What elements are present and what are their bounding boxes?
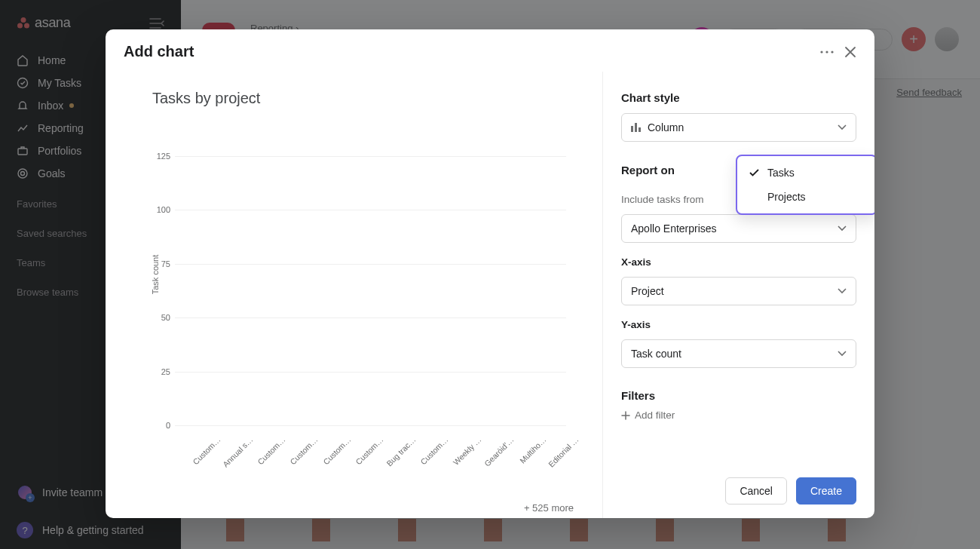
column-chart-icon <box>631 123 642 132</box>
svg-rect-14 <box>639 127 641 132</box>
add-filter-label: Add filter <box>635 409 675 421</box>
modal-title: Add chart <box>124 43 194 60</box>
y-tick-label: 100 <box>146 205 170 214</box>
check-icon <box>749 169 760 176</box>
close-icon[interactable] <box>844 46 856 58</box>
dropdown-option-label: Tasks <box>767 167 795 179</box>
chart-style-label: Chart style <box>621 91 856 104</box>
dropdown-option-label: Projects <box>767 191 806 203</box>
y-tick-label: 50 <box>146 313 170 322</box>
plus-icon <box>621 411 630 420</box>
chart-preview-pane: Tasks by project Task count 025507510012… <box>106 72 602 518</box>
report-on-label: Report on <box>621 164 675 176</box>
y-tick-label: 75 <box>146 259 170 268</box>
svg-rect-12 <box>631 126 633 132</box>
svg-rect-13 <box>635 123 637 132</box>
filters-label: Filters <box>621 389 856 402</box>
y-axis-label: Y-axis <box>621 319 856 330</box>
cancel-button[interactable]: Cancel <box>725 477 787 505</box>
chart-area: Task count 0255075100125Custom…Annual s…… <box>175 124 566 425</box>
modal-footer: Cancel Create <box>725 477 856 505</box>
report-on-dropdown: Tasks Projects <box>736 155 874 215</box>
dropdown-option-tasks[interactable]: Tasks <box>737 161 874 185</box>
add-chart-modal: Add chart Tasks by project Task count 02… <box>106 29 874 518</box>
include-from-value: Apollo Enterprises <box>631 222 717 235</box>
y-tick-label: 25 <box>146 367 170 376</box>
chart-title: Tasks by project <box>152 90 574 107</box>
chevron-down-icon <box>838 225 847 232</box>
add-filter-button[interactable]: Add filter <box>621 409 856 421</box>
include-from-select[interactable]: Apollo Enterprises <box>621 214 856 243</box>
chevron-down-icon <box>838 351 847 357</box>
chart-more-note: + 525 more <box>524 502 574 514</box>
more-actions-icon[interactable] <box>820 51 834 54</box>
svg-point-11 <box>831 51 833 53</box>
bars-container: Custom…Annual s…Custom…Custom…Custom…Cus… <box>175 124 566 425</box>
svg-point-9 <box>820 51 822 53</box>
dropdown-option-projects[interactable]: Projects <box>737 185 874 209</box>
chart-style-value: Column <box>648 121 684 133</box>
modal-header: Add chart <box>106 29 874 72</box>
y-axis-value: Task count <box>631 348 681 360</box>
chevron-down-icon <box>838 124 847 130</box>
y-axis-select[interactable]: Task count <box>621 339 856 368</box>
x-axis-label: X-axis <box>621 256 856 268</box>
create-button[interactable]: Create <box>796 477 856 505</box>
y-tick-label: 125 <box>146 152 170 161</box>
chart-style-select[interactable]: Column <box>621 113 856 142</box>
x-axis-select[interactable]: Project <box>621 277 856 305</box>
gridline <box>175 425 566 426</box>
y-tick-label: 0 <box>146 421 170 430</box>
svg-point-10 <box>825 51 828 53</box>
chevron-down-icon <box>838 288 847 294</box>
config-pane: Chart style Column Report on Tasks Tasks <box>602 72 874 518</box>
x-axis-value: Project <box>631 285 664 297</box>
